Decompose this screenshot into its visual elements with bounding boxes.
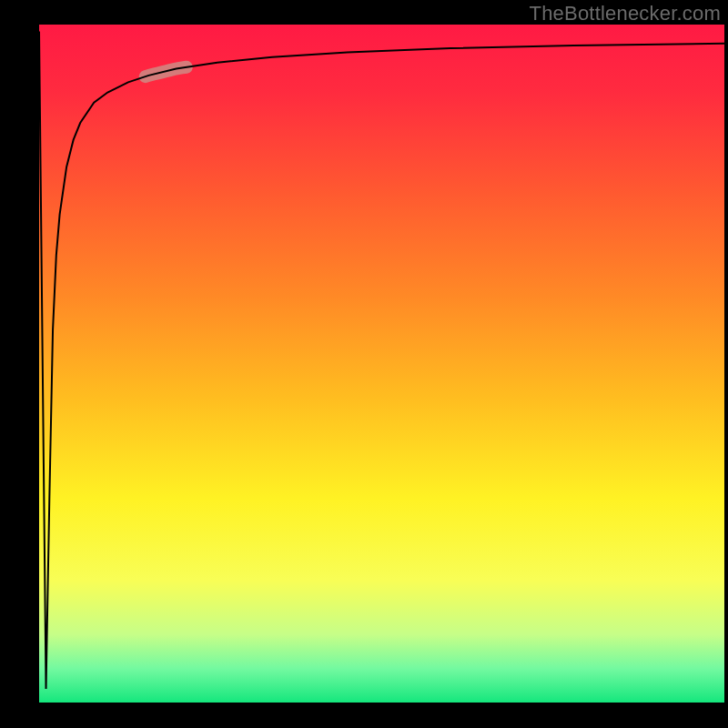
chart-svg — [39, 25, 724, 703]
plot-area — [39, 25, 724, 703]
attribution-watermark: TheBottlenecker.com — [530, 2, 721, 25]
gradient-background — [39, 25, 724, 703]
chart-frame: TheBottlenecker.com — [0, 0, 728, 728]
